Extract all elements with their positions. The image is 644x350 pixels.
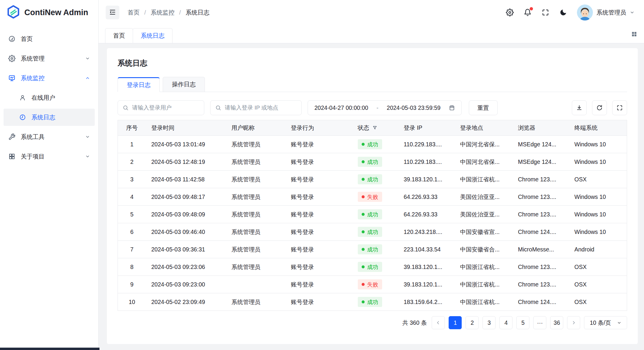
chevron-down-icon — [617, 321, 621, 325]
sidebar-item-label: 系统日志 — [31, 113, 55, 121]
login-ip-cell: 39.183.120.1... — [398, 171, 455, 188]
dashboard-icon — [8, 35, 15, 42]
page-button-36[interactable]: 36 — [550, 316, 563, 329]
table-row: 22024-05-03 12:48:19系统管理员账号登录成功110.229.1… — [118, 153, 627, 171]
page-button-3[interactable]: 3 — [482, 316, 496, 329]
browser-cell: Chrome 124.... — [513, 293, 569, 311]
monitor-icon — [8, 75, 15, 82]
logo-row[interactable]: ContiNew Admin — [0, 0, 98, 25]
bell-button[interactable] — [523, 8, 532, 17]
user-menu-trigger[interactable]: 系统管理员 — [577, 4, 634, 20]
browser-cell: Chrome 123.... — [513, 276, 569, 293]
settings-button[interactable] — [506, 8, 514, 17]
date-range-picker[interactable]: 2024-04-27 00:00:00 - 2024-05-03 23:59:5… — [308, 100, 462, 115]
status-dot-icon — [362, 248, 365, 251]
status-dot-icon — [362, 143, 365, 146]
table-row: 12024-05-03 13:01:49系统管理员账号登录成功110.229.1… — [118, 136, 627, 153]
login-time-cell: 2024-05-03 09:23:00 — [146, 276, 226, 293]
sidebar-item-home[interactable]: 首页 — [4, 30, 95, 47]
log-tab-0[interactable]: 登录日志 — [118, 77, 160, 92]
filter-icon[interactable] — [372, 125, 377, 130]
prev-page-button[interactable] — [432, 316, 445, 329]
search-icon — [215, 105, 221, 111]
sidebar-item-system-log[interactable]: 系统日志 — [4, 109, 95, 126]
column-header-8: 终端系统 — [569, 120, 627, 136]
page-button-4[interactable]: 4 — [499, 316, 512, 329]
status-badge: 成功 — [358, 227, 382, 237]
status-badge: 失败 — [358, 192, 382, 202]
moon-button[interactable] — [559, 8, 567, 17]
notification-badge — [530, 7, 533, 10]
login-action-cell: 账号登录 — [286, 223, 352, 241]
user-name: 系统管理员 — [596, 9, 626, 17]
page-button-1[interactable]: 1 — [449, 316, 462, 329]
sidebar-item-label: 系统管理 — [21, 55, 45, 63]
column-header-2: 用户昵称 — [226, 120, 286, 136]
os-cell: Windows 10 — [569, 136, 627, 153]
breadcrumb-item-0[interactable]: 首页 — [128, 9, 140, 17]
status-label: 失败 — [367, 281, 378, 288]
login-action-cell: 账号登录 — [286, 188, 352, 206]
status-cell: 失败 — [352, 276, 398, 293]
login-location-cell: 中国浙江省杭... — [455, 258, 513, 276]
login-ip-input[interactable] — [225, 104, 297, 111]
pagination: 共 360 条12345···3610 条/页 — [118, 316, 627, 329]
breadcrumb-item-1[interactable]: 系统监控 — [151, 9, 175, 17]
browser-cell: MicroMesse... — [513, 241, 569, 258]
next-page-button[interactable] — [567, 316, 580, 329]
download-button[interactable] — [572, 100, 587, 115]
page-button-2[interactable]: 2 — [466, 316, 479, 329]
download-icon — [576, 104, 583, 111]
table-row: 102024-05-02 23:09:49系统管理员账号登录成功183.159.… — [118, 293, 627, 311]
topbar-actions: 系统管理员 — [506, 4, 634, 20]
sidebar-menu: 首页系统管理系统监控在线用户系统日志系统工具关于项目 — [0, 25, 98, 350]
status-badge: 成功 — [358, 139, 382, 149]
status-label: 成功 — [367, 263, 378, 271]
column-header-3: 登录行为 — [286, 120, 352, 136]
status-badge: 失败 — [358, 279, 382, 289]
sidebar-item-about-project[interactable]: 关于项目 — [4, 148, 95, 165]
login-action-cell: 账号登录 — [286, 293, 352, 311]
page-button-5[interactable]: 5 — [516, 316, 529, 329]
grid-filled-icon — [631, 31, 637, 38]
login-time-cell: 2024-05-03 09:23:06 — [146, 258, 226, 276]
login-action-cell: 账号登录 — [286, 241, 352, 258]
reset-button[interactable]: 重置 — [469, 100, 498, 115]
fullscreen-button[interactable] — [541, 8, 550, 17]
user-nickname-cell: 系统管理员 — [226, 188, 286, 206]
status-dot-icon — [362, 230, 365, 233]
browser-cell: MSEdge 124... — [513, 136, 569, 153]
log-tab-1[interactable]: 操作日志 — [163, 77, 205, 92]
sidebar-collapse-button[interactable] — [106, 6, 119, 19]
table-action-icons — [572, 100, 627, 115]
fullscreen-button[interactable] — [612, 100, 627, 115]
page-tab-0[interactable]: 首页 — [105, 28, 133, 43]
table-row: 62024-05-03 09:46:40系统管理员账号登录成功120.243.2… — [118, 223, 627, 241]
status-cell: 成功 — [352, 293, 398, 311]
page-tab-1[interactable]: 系统日志 — [133, 28, 173, 43]
sidebar-item-online-user[interactable]: 在线用户 — [4, 89, 95, 106]
user-nickname-cell: 系统管理员 — [226, 171, 286, 188]
login-time-cell: 2024-05-03 09:36:31 — [146, 241, 226, 258]
sidebar-item-label: 关于项目 — [21, 153, 45, 161]
login-ip-cell: 120.243.218.... — [398, 223, 455, 241]
login-user-input[interactable] — [132, 104, 199, 111]
sidebar-item-system-monitor[interactable]: 系统监控 — [4, 69, 95, 87]
horizontal-scrollbar-thumb[interactable] — [0, 348, 99, 350]
login-location-cell: 中国浙江省杭... — [455, 171, 513, 188]
sidebar-item-system-tool[interactable]: 系统工具 — [4, 128, 95, 145]
table-row: 72024-05-03 09:36:31系统管理员账号登录成功223.104.3… — [118, 241, 627, 258]
column-header-text: 登录行为 — [291, 124, 314, 132]
column-header-5: 登录 IP — [398, 120, 455, 136]
tab-list-button[interactable] — [631, 31, 637, 38]
sidebar-item-system-management[interactable]: 系统管理 — [4, 50, 95, 67]
status-label: 成功 — [367, 246, 378, 253]
breadcrumb-separator: / — [144, 9, 146, 16]
continew-logo-icon — [7, 5, 20, 20]
browser-cell: MSEdge 124... — [513, 153, 569, 171]
status-badge: 成功 — [358, 209, 382, 219]
page-size-select[interactable]: 10 条/页 — [584, 316, 627, 329]
page-ellipsis-button[interactable]: ··· — [533, 316, 546, 329]
breadcrumb-item-2: 系统日志 — [186, 9, 209, 17]
refresh-button[interactable] — [592, 100, 607, 115]
